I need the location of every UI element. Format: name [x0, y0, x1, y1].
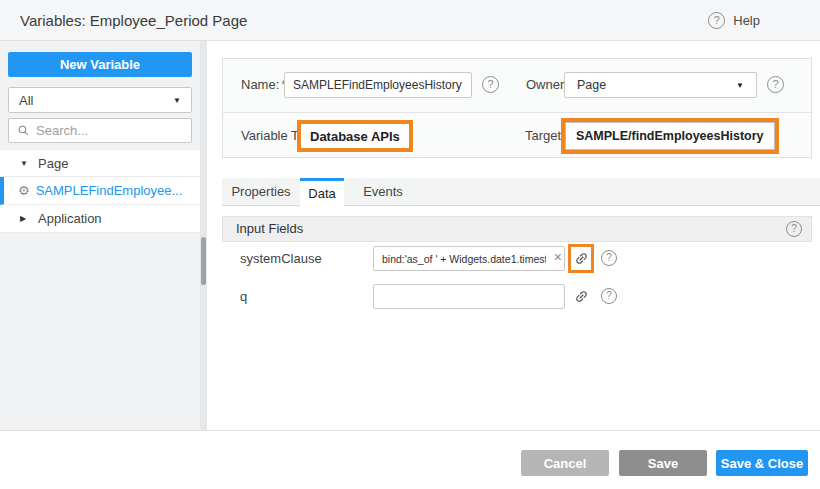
field-label-systemclause: systemClause: [240, 246, 322, 272]
systemclause-help-icon[interactable]: ?: [601, 250, 617, 266]
target-label: Target:: [525, 120, 565, 152]
variable-gear-icon: ⚙: [18, 183, 30, 198]
detail-tabs: Properties Data Events: [222, 178, 820, 206]
target-value: SAMPLE/findEmployeesHistory: [576, 129, 764, 143]
variable-search[interactable]: [8, 118, 192, 143]
systemclause-input-wrap: ×: [373, 246, 565, 271]
link-icon: [570, 286, 591, 307]
help-question-icon: ?: [708, 12, 725, 29]
chevron-down-icon: ▼: [173, 96, 181, 105]
tree-node-application[interactable]: ▶ Application: [0, 205, 200, 233]
panel-divider: [223, 112, 811, 113]
link-icon: [570, 248, 591, 269]
q-input-wrap: [373, 284, 565, 309]
clear-icon[interactable]: ×: [554, 250, 562, 264]
sidebar-scrollbar-track: [200, 41, 207, 430]
header-bar: Variables: Employee_Period Page ? Help: [0, 0, 820, 41]
footer-bar: Cancel Save Save & Close: [0, 430, 820, 489]
owner-help-icon[interactable]: ?: [767, 76, 784, 93]
new-variable-button[interactable]: New Variable: [8, 52, 192, 77]
input-fields-title: Input Fields: [236, 217, 303, 241]
systemclause-bind-button[interactable]: [568, 244, 594, 273]
variable-filter-select[interactable]: All ▼: [8, 87, 192, 113]
target-highlight-box: SAMPLE/findEmployeesHistory: [561, 118, 779, 154]
chevron-down-icon: ▼: [736, 81, 744, 90]
page-title: Variables: Employee_Period Page: [20, 0, 247, 41]
tab-properties[interactable]: Properties: [222, 178, 300, 206]
sidebar-scrollbar-thumb[interactable]: [201, 237, 206, 285]
search-input[interactable]: [36, 123, 183, 138]
q-help-icon[interactable]: ?: [601, 288, 617, 304]
owner-selected-value: Page: [577, 78, 606, 92]
variable-type-highlight-box: Database APIs: [297, 120, 413, 152]
tab-events[interactable]: Events: [344, 178, 422, 206]
tree-node-label: SAMPLEFindEmployee...: [36, 183, 183, 198]
name-help-icon[interactable]: ?: [482, 76, 499, 93]
search-icon: [17, 124, 30, 137]
q-input[interactable]: [373, 284, 565, 309]
tree-node-selected-variable[interactable]: ⚙ SAMPLEFindEmployee...: [0, 177, 200, 205]
tree-node-label: Application: [38, 211, 102, 226]
target-value-box: SAMPLE/findEmployeesHistory: [565, 122, 775, 150]
name-label: Name:*: [241, 72, 286, 98]
help-label: Help: [733, 13, 760, 28]
tab-data[interactable]: Data: [300, 178, 344, 207]
help-button[interactable]: ? Help: [708, 12, 760, 29]
systemclause-input[interactable]: [373, 246, 565, 271]
cancel-button[interactable]: Cancel: [521, 450, 609, 476]
field-label-q: q: [240, 284, 247, 310]
variables-sidebar: New Variable All ▼ ▼ Page ⚙ SAMPLEFindEm…: [0, 41, 200, 430]
main-content: Name:* ? Owner:* Page ▼ ? Variable Type:…: [207, 41, 820, 430]
owner-select[interactable]: Page ▼: [564, 72, 757, 98]
name-field[interactable]: [284, 72, 472, 98]
tree-node-label: Page: [38, 156, 68, 171]
save-button[interactable]: Save: [619, 450, 707, 476]
caret-collapsed-icon[interactable]: ▶: [20, 214, 32, 223]
tree-node-page[interactable]: ▼ Page: [0, 149, 200, 177]
input-fields-header: Input Fields ?: [222, 216, 812, 242]
input-fields-help-icon[interactable]: ?: [786, 221, 802, 237]
caret-expanded-icon[interactable]: ▼: [20, 159, 32, 168]
q-bind-button[interactable]: [568, 282, 594, 311]
variable-type-value: Database APIs: [310, 129, 400, 144]
variable-summary-panel: Name:* ? Owner:* Page ▼ ? Variable Type:…: [222, 58, 812, 158]
save-and-close-button[interactable]: Save & Close: [716, 450, 808, 476]
filter-selected-value: All: [19, 93, 33, 108]
